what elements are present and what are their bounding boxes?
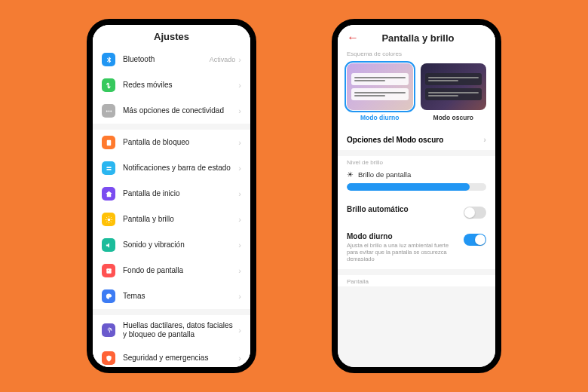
- chevron-right-icon: ›: [238, 55, 241, 64]
- display-screen: ← Pantalla y brillo Esquema de colores M…: [338, 25, 495, 367]
- phone-display-brightness: ← Pantalla y brillo Esquema de colores M…: [332, 19, 501, 373]
- row-home-screen[interactable]: Pantalla de inicio ›: [93, 181, 250, 207]
- preview-light: [347, 63, 413, 110]
- settings-screen: Ajustes Bluetooth Activado › Redes móvil…: [93, 25, 250, 367]
- row-sound[interactable]: Sonido y vibración ›: [93, 232, 250, 258]
- scheme-label: Modo oscuro: [421, 114, 487, 121]
- toggle-title: Brillo automático: [347, 205, 458, 213]
- row-wallpaper[interactable]: Fondo de pantalla ›: [93, 258, 250, 283]
- wallpaper-icon: [102, 264, 115, 277]
- row-notifications[interactable]: Notificaciones y barra de estado ›: [93, 155, 250, 181]
- row-bluetooth[interactable]: Bluetooth Activado ›: [93, 47, 250, 72]
- row-display-brightness[interactable]: Pantalla y brillo ›: [93, 207, 250, 232]
- brightness-label: Brillo de pantalla: [358, 170, 411, 179]
- chevron-right-icon: ›: [238, 106, 241, 115]
- scheme-light[interactable]: Modo diurno: [347, 63, 413, 121]
- row-label: Pantalla de bloqueo: [123, 138, 238, 147]
- section-label-display: Pantalla: [338, 275, 495, 286]
- chevron-right-icon: ›: [238, 292, 241, 301]
- themes-icon: [102, 289, 115, 303]
- svg-point-2: [110, 110, 112, 112]
- svg-rect-7: [106, 268, 111, 273]
- svg-rect-3: [106, 139, 111, 145]
- row-biometrics[interactable]: Huellas dactilares, datos faciales y blo…: [93, 315, 250, 345]
- page-title: Ajustes: [93, 25, 250, 47]
- header-bar: ← Pantalla y brillo: [338, 25, 495, 47]
- row-auto-brightness: Brillo automático: [338, 198, 495, 225]
- home-icon: [102, 187, 115, 201]
- row-more-connectivity[interactable]: Más opciones de conectividad ›: [93, 98, 250, 124]
- row-mobile-networks[interactable]: Redes móviles ›: [93, 72, 250, 98]
- section-label-color-scheme: Esquema de colores: [338, 47, 495, 59]
- svg-rect-4: [106, 167, 111, 168]
- scheme-dark[interactable]: Modo oscuro: [421, 63, 487, 121]
- slider-fill: [347, 183, 470, 191]
- toggle-desc: Ajusta el brillo a una luz ambiental fue…: [347, 242, 458, 262]
- page-title: Pantalla y brillo: [350, 32, 486, 44]
- svg-point-6: [107, 218, 110, 221]
- fingerprint-icon: [102, 323, 115, 337]
- row-label: Redes móviles: [123, 81, 238, 90]
- chevron-right-icon: ›: [238, 138, 241, 147]
- row-dark-mode-options[interactable]: Opciones del Modo oscuro ›: [338, 129, 495, 150]
- brightness-control: ☀ Brillo de pantalla: [338, 167, 495, 198]
- chevron-right-icon: ›: [238, 266, 241, 275]
- sound-icon: [102, 238, 115, 252]
- security-icon: [102, 351, 115, 365]
- chevron-right-icon: ›: [238, 240, 241, 250]
- svg-rect-5: [106, 168, 111, 170]
- svg-point-8: [107, 269, 108, 270]
- settings-group-display: Pantalla de bloqueo › Notificaciones y b…: [93, 130, 250, 309]
- svg-point-0: [106, 110, 107, 112]
- chevron-right-icon: ›: [238, 354, 241, 363]
- preview-dark: [421, 63, 487, 110]
- mobile-data-icon: [102, 78, 115, 92]
- chevron-right-icon: ›: [238, 81, 241, 90]
- chevron-right-icon: ›: [483, 135, 486, 144]
- more-icon: [102, 104, 115, 118]
- chevron-right-icon: ›: [238, 189, 241, 198]
- bluetooth-icon: [102, 53, 115, 66]
- color-scheme-selector: Modo diurno Modo oscuro: [338, 59, 495, 129]
- sun-icon: ☀: [347, 170, 354, 179]
- row-label: Opciones del Modo oscuro: [347, 136, 443, 144]
- row-label: Más opciones de conectividad: [123, 106, 238, 115]
- row-status: Activado: [210, 56, 236, 63]
- row-lock-screen[interactable]: Pantalla de bloqueo ›: [93, 130, 250, 155]
- row-label: Bluetooth: [123, 55, 210, 64]
- settings-group-security: Huellas dactilares, datos faciales y blo…: [93, 315, 250, 367]
- row-label: Fondo de pantalla: [123, 266, 238, 275]
- row-label: Huellas dactilares, datos faciales y blo…: [123, 321, 238, 339]
- brightness-label-row: ☀ Brillo de pantalla: [347, 170, 486, 179]
- auto-brightness-toggle[interactable]: [464, 207, 486, 219]
- row-label: Pantalla de inicio: [123, 189, 238, 198]
- svg-point-1: [108, 110, 109, 112]
- chevron-right-icon: ›: [238, 164, 241, 173]
- toggle-title: Modo diurno: [347, 232, 458, 240]
- row-themes[interactable]: Temas ›: [93, 283, 250, 309]
- notifications-icon: [102, 161, 115, 175]
- brightness-icon: [102, 213, 115, 226]
- chevron-right-icon: ›: [238, 215, 241, 224]
- row-security[interactable]: Seguridad y emergencias ›: [93, 345, 250, 367]
- chevron-right-icon: ›: [238, 326, 241, 335]
- phone-settings: Ajustes Bluetooth Activado › Redes móvil…: [87, 19, 256, 373]
- lock-screen-icon: [102, 136, 115, 149]
- row-label: Seguridad y emergencias: [123, 354, 238, 363]
- row-label: Notificaciones y barra de estado: [123, 164, 238, 173]
- day-mode-toggle[interactable]: [464, 234, 486, 246]
- section-label-brightness: Nivel de brillo: [338, 156, 495, 167]
- scheme-label: Modo diurno: [347, 114, 413, 121]
- row-label: Temas: [123, 292, 238, 301]
- row-day-mode: Modo diurno Ajusta el brillo a una luz a…: [338, 225, 495, 269]
- row-label: Pantalla y brillo: [123, 215, 238, 224]
- settings-group-connectivity: Bluetooth Activado › Redes móviles › Más…: [93, 47, 250, 124]
- brightness-slider[interactable]: [347, 183, 486, 191]
- row-label: Sonido y vibración: [123, 240, 238, 250]
